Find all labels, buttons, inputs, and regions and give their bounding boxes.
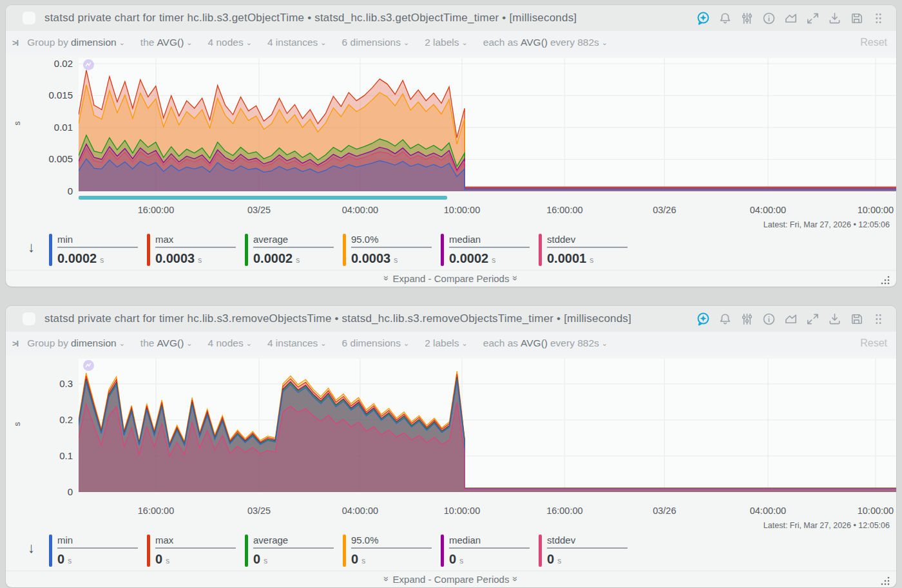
legend-item[interactable]: max0s xyxy=(147,535,245,567)
toolbar-control-text: 4 nodes xyxy=(208,37,244,48)
chart-icon[interactable] xyxy=(783,312,798,327)
chevron-down-icon: ⌄ xyxy=(119,39,125,46)
legend-text: average0s xyxy=(253,535,343,567)
legend-value: 0s xyxy=(155,552,245,567)
chevron-down-icon: ⌄ xyxy=(186,339,192,347)
x-axis-tick-label: 03/26 xyxy=(653,506,676,516)
legend-label: median xyxy=(449,234,530,248)
save-icon[interactable] xyxy=(849,11,864,26)
expand-compare-footer[interactable]: »Expand - Compare Periods» xyxy=(6,571,896,587)
legend-label: median xyxy=(449,535,530,549)
legend-unit: s xyxy=(361,556,365,565)
legend-text: stddev0s xyxy=(547,535,637,567)
resize-grip-icon[interactable] xyxy=(879,274,891,286)
y-axis-tick-label: 0.01 xyxy=(26,122,73,133)
legend-item[interactable]: max0.0003s xyxy=(147,234,245,266)
download-icon[interactable] xyxy=(827,312,842,327)
legend-color-bar xyxy=(245,234,248,266)
toolbar-control[interactable]: Group bydimension⌄ xyxy=(27,337,128,349)
legend-item[interactable]: 95.0%0s xyxy=(343,535,441,567)
toolbar-control-text: AVG() xyxy=(157,337,184,348)
toolbar-control[interactable]: theAVG()⌄ xyxy=(140,37,195,48)
legend-unit: s xyxy=(100,256,104,265)
info-icon[interactable] xyxy=(762,312,776,327)
area-chart[interactable] xyxy=(79,58,896,191)
selection-bar xyxy=(79,196,447,200)
chevron-down-icon: ⌄ xyxy=(602,39,608,46)
legend-label: stddev xyxy=(547,535,628,549)
toolbar-control[interactable]: each asAVG()every 882s⌄ xyxy=(483,337,610,349)
x-axis-tick-label: 16:00:00 xyxy=(546,506,582,516)
toolbar-control-text: 2 labels xyxy=(425,37,459,48)
legend-download-icon[interactable]: ↓ xyxy=(28,540,35,556)
expand-icon[interactable] xyxy=(805,312,820,327)
chevron-down-icon: ⌄ xyxy=(246,39,252,46)
legend-item[interactable]: min0s xyxy=(49,535,147,567)
sliders-icon[interactable] xyxy=(740,312,754,327)
chevron-double-down-icon: » xyxy=(381,276,392,281)
legend-item[interactable]: average0.0002s xyxy=(245,234,343,266)
toolbar-control[interactable]: 4 instances⌄ xyxy=(267,337,329,349)
chart-area[interactable]: s 00.10.20.3 16:00:0003/2504:00:0010:00:… xyxy=(6,355,896,521)
reset-button[interactable]: Reset xyxy=(860,337,887,349)
drag-handle-icon[interactable] xyxy=(871,11,886,26)
legend-label: average xyxy=(253,234,334,248)
legend-item[interactable]: min0.0002s xyxy=(49,234,147,266)
drag-handle-icon[interactable] xyxy=(871,312,886,327)
assistant-icon[interactable] xyxy=(696,11,711,26)
toolbar-control[interactable]: 6 dimensions⌄ xyxy=(342,337,412,349)
x-axis-tick-label: 10:00:00 xyxy=(858,205,894,215)
x-axis-tick-label: 04:00:00 xyxy=(342,205,378,215)
legend-item[interactable]: 95.0%0.0003s xyxy=(343,234,441,266)
toolbar-control[interactable]: each asAVG()every 882s⌄ xyxy=(483,37,610,48)
collapse-toolbar-icon[interactable]: >I xyxy=(12,339,18,348)
legend-download-icon[interactable]: ↓ xyxy=(28,239,35,256)
sliders-icon[interactable] xyxy=(740,11,754,26)
chart-area[interactable]: s 00.0050.010.0150.02 16:00:0003/2504:00… xyxy=(6,54,896,220)
toolbar-control[interactable]: 4 nodes⌄ xyxy=(208,37,254,48)
chart-title: statsd private chart for timer hc.lib.s3… xyxy=(44,312,696,325)
area-chart[interactable] xyxy=(79,359,896,492)
legend-text: min0s xyxy=(57,535,147,567)
info-icon[interactable] xyxy=(762,11,776,26)
legend-item[interactable]: median0.0002s xyxy=(441,234,539,266)
download-icon[interactable] xyxy=(827,11,842,26)
resize-grip-icon[interactable] xyxy=(879,575,891,587)
legend-item[interactable]: stddev0.0001s xyxy=(539,234,637,266)
latest-timestamp: Latest: Fri, Mar 27, 2026 • 12:05:06 xyxy=(6,521,896,531)
y-axis-tick-label: 0 xyxy=(26,185,73,196)
anomaly-badge-icon[interactable] xyxy=(83,59,94,70)
legend-item[interactable]: average0s xyxy=(245,535,343,567)
legend-label: average xyxy=(253,535,334,549)
save-icon[interactable] xyxy=(849,312,864,327)
bell-icon[interactable] xyxy=(718,11,733,26)
assistant-icon[interactable] xyxy=(696,312,711,327)
legend-color-bar xyxy=(343,535,346,567)
expand-compare-footer[interactable]: »Expand - Compare Periods» xyxy=(6,270,896,287)
legend-item[interactable]: median0s xyxy=(441,535,539,567)
chart-icon[interactable] xyxy=(783,11,798,26)
expand-icon[interactable] xyxy=(805,11,820,26)
toolbar-control[interactable]: 2 labels⌄ xyxy=(425,337,470,349)
legend-value: 0.0003s xyxy=(155,251,245,266)
legend-color-bar xyxy=(441,535,444,567)
legend-label: max xyxy=(155,535,236,549)
toolbar-control[interactable]: theAVG()⌄ xyxy=(140,337,195,349)
x-axis-tick-label: 16:00:00 xyxy=(546,205,582,215)
collapse-toolbar-icon[interactable]: >I xyxy=(12,38,18,48)
latest-timestamp: Latest: Fri, Mar 27, 2026 • 12:05:06 xyxy=(6,220,896,230)
toolbar-control[interactable]: 6 dimensions⌄ xyxy=(342,37,412,48)
y-axis-unit: s xyxy=(12,121,22,126)
toolbar-control[interactable]: Group bydimension⌄ xyxy=(27,37,128,48)
chart-toolbar: >I Group bydimension⌄theAVG()⌄4 nodes⌄4 … xyxy=(6,31,896,54)
toolbar-control[interactable]: 4 instances⌄ xyxy=(267,37,329,48)
legend-label: max xyxy=(155,234,236,248)
anomaly-badge-icon[interactable] xyxy=(83,360,94,371)
legend-unit: s xyxy=(557,556,561,565)
legend-label: min xyxy=(57,234,138,248)
reset-button[interactable]: Reset xyxy=(860,37,887,48)
toolbar-control[interactable]: 4 nodes⌄ xyxy=(208,337,254,349)
toolbar-control[interactable]: 2 labels⌄ xyxy=(425,37,470,48)
bell-icon[interactable] xyxy=(718,312,733,327)
legend-item[interactable]: stddev0s xyxy=(539,535,637,567)
